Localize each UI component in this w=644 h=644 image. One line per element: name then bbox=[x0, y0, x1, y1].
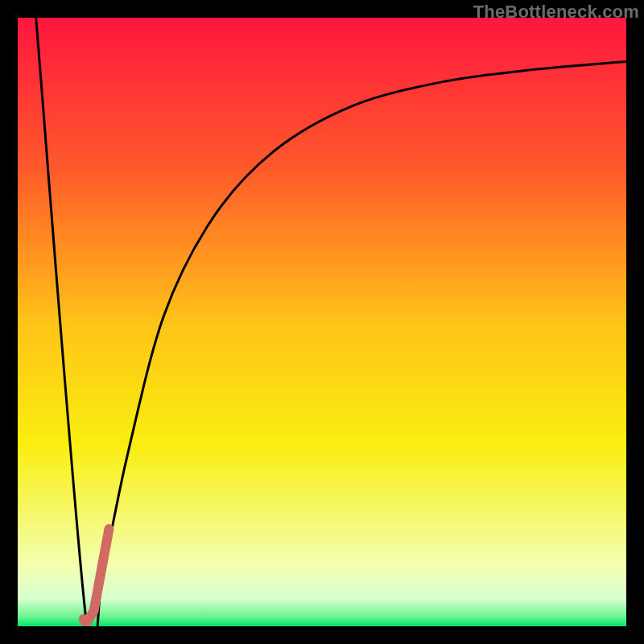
plot-area bbox=[18, 18, 626, 626]
plot-svg bbox=[18, 18, 626, 626]
chart-frame: TheBottleneck.com bbox=[0, 0, 644, 644]
